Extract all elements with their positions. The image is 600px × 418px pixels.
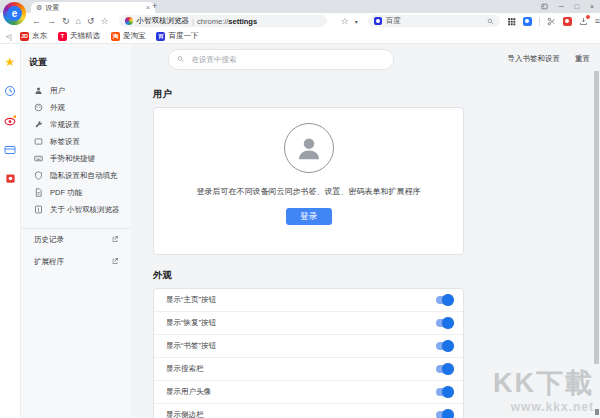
bookmark-taobao[interactable]: 淘 爱淘宝 <box>111 31 146 41</box>
sidebar-netdisk-icon[interactable] <box>5 173 16 184</box>
tab-settings[interactable]: ⚙ 设置 × <box>31 2 155 13</box>
toggle-switch-search-bar[interactable] <box>436 365 453 373</box>
maximize-button[interactable]: □ <box>575 3 579 10</box>
window-controls: ─ □ × <box>541 0 594 13</box>
menu-icon[interactable]: ≡ <box>595 17 600 26</box>
tmall-icon: T <box>58 32 67 41</box>
toggle-switch-home-button[interactable] <box>436 296 453 304</box>
toggle-label: 显示搜索栏 <box>166 364 204 374</box>
new-tab-button[interactable]: + <box>152 1 157 11</box>
watermark: KK下載 www.kkx.net <box>493 370 594 414</box>
scrollbar-thumb[interactable] <box>594 71 599 364</box>
toolbar-divider <box>539 17 540 26</box>
login-button[interactable]: 登录 <box>286 208 332 225</box>
reset-button[interactable]: 重置 <box>575 54 590 64</box>
url-scheme: chrome:// <box>197 17 228 26</box>
tab-close-icon[interactable]: × <box>146 4 150 11</box>
url-site-name: 小智双核浏览器 <box>137 16 190 26</box>
external-link-icon <box>111 257 119 267</box>
header-actions: 导入书签和设置 重置 <box>493 54 591 64</box>
close-button[interactable]: × <box>590 3 594 10</box>
info-icon <box>34 205 43 214</box>
bookmarks-collapse-icon[interactable]: <| <box>6 33 12 40</box>
home-icon[interactable]: ⌂ <box>76 17 81 26</box>
settings-page: 用户 登录后可在不同设备间云同步书签、设置、密码表单和扩展程序 登录 外观 显示… <box>131 88 464 418</box>
bookmark-star-icon[interactable]: ☆ <box>101 17 109 26</box>
toggle-label: 显示用户头像 <box>166 387 211 397</box>
screenshot-scissors-icon[interactable] <box>547 17 556 26</box>
red-app-icon[interactable] <box>563 17 572 26</box>
bookmarks-bar: <| JD 京东 T 天猫精选 淘 爱淘宝 百 百度一下 <box>0 29 600 44</box>
bookmark-baidu[interactable]: 百 百度一下 <box>156 31 198 41</box>
settings-title: 设置 <box>21 56 131 69</box>
palette-icon <box>34 103 43 112</box>
user-card: 登录后可在不同设备间云同步书签、设置、密码表单和扩展程序 登录 <box>153 107 464 255</box>
apps-grid-icon[interactable] <box>507 17 516 26</box>
sidebar-favorites-icon[interactable]: ★ <box>5 56 16 68</box>
minimize-button[interactable]: ─ <box>559 3 564 10</box>
sidebar-card-icon[interactable] <box>4 144 16 156</box>
toggle-switch-restore-button[interactable] <box>436 319 453 327</box>
side-toolbar: ★ <box>0 44 21 418</box>
appearance-card: 显示“主页”按钮 显示“恢复”按钮 显示“书签”按钮 显示搜索栏 <box>153 288 464 418</box>
toolbar: ← → ↻ ⌂ ↺ ☆ 小智双核浏览器 | chrome://settings … <box>0 13 600 29</box>
reload-icon[interactable]: ↻ <box>62 17 70 26</box>
nav-item-user[interactable]: 用户 <box>21 82 131 99</box>
title-bar: e ⚙ 设置 × + ─ □ × <box>0 0 600 13</box>
web-search-box[interactable]: 百度 <box>368 15 500 27</box>
toggle-switch-sidebar[interactable] <box>436 411 453 418</box>
favorite-star-icon[interactable]: ☆ <box>341 17 349 26</box>
nav-item-gestures[interactable]: 手势和快捷键 <box>21 150 131 167</box>
nav-link-extensions[interactable]: 扩展程序 <box>21 251 131 273</box>
shield-icon <box>34 171 43 180</box>
toggle-switch-bookmark-button[interactable] <box>436 342 453 350</box>
bookmark-label: 百度一下 <box>168 31 198 41</box>
nav-item-about[interactable]: 关于 小智双核浏览器 <box>21 201 131 218</box>
browser-logo-letter: e <box>7 6 22 21</box>
browser-logo-icon: e <box>3 2 26 25</box>
bookmark-jd[interactable]: JD 京东 <box>20 31 47 41</box>
nav-item-label: PDF 功能 <box>50 188 82 198</box>
chevron-down-icon[interactable]: ▾ <box>355 18 358 25</box>
nav-item-tabs[interactable]: 标签设置 <box>21 133 131 150</box>
baidu-icon <box>374 17 382 25</box>
page-favicon-icon <box>125 17 133 25</box>
back-icon[interactable]: ← <box>32 17 41 26</box>
restore-session-icon[interactable]: ↺ <box>87 17 95 26</box>
keyboard-icon <box>34 154 43 163</box>
sidebar-history-icon[interactable] <box>4 85 16 97</box>
bookmark-tmall[interactable]: T 天猫精选 <box>58 31 100 41</box>
bookmark-label: 京东 <box>32 31 47 41</box>
toggle-label: 显示“主页”按钮 <box>166 295 216 305</box>
browser-window: e ⚙ 设置 × + ─ □ × ← → ↻ ⌂ ↺ ☆ 小智双核浏览器 | c… <box>0 0 600 418</box>
watermark-url: www.kkx.net <box>493 400 594 414</box>
sidebar-weibo-eye-icon[interactable] <box>4 114 17 127</box>
user-icon <box>34 86 43 95</box>
settings-header: 导入书签和设置 重置 <box>131 44 600 74</box>
nav-link-label: 扩展程序 <box>34 257 64 267</box>
toggle-switch-user-avatar[interactable] <box>436 388 453 396</box>
import-bookmarks-button[interactable]: 导入书签和设置 <box>508 54 561 64</box>
theme-icon[interactable] <box>541 3 548 11</box>
bookmark-label: 爱淘宝 <box>123 31 146 41</box>
address-bar[interactable]: 小智双核浏览器 | chrome://settings <box>119 15 327 27</box>
download-badge <box>586 15 590 19</box>
settings-search-box[interactable] <box>168 49 394 70</box>
nav-item-pdf[interactable]: PDF 功能 <box>21 184 131 201</box>
scrollbar-corner <box>595 409 599 415</box>
toggle-row: 显示“恢复”按钮 <box>154 312 463 335</box>
section-title-user: 用户 <box>153 88 464 101</box>
nav-item-privacy[interactable]: 隐私设置和自动填充 <box>21 167 131 184</box>
search-icon[interactable] <box>487 18 494 25</box>
login-description: 登录后可在不同设备间云同步书签、设置、密码表单和扩展程序 <box>197 186 421 197</box>
settings-search-input[interactable] <box>189 54 385 65</box>
nav-item-appearance[interactable]: 外观 <box>21 99 131 116</box>
nav-item-general[interactable]: 常规设置 <box>21 116 131 133</box>
person-icon <box>294 133 324 163</box>
content-area: ★ 设置 用户 外观 常规设置 标签设置 <box>0 44 600 418</box>
forward-icon[interactable]: → <box>47 17 56 26</box>
nav-link-history[interactable]: 历史记录 <box>21 229 131 251</box>
tab-window-icon <box>34 137 43 146</box>
download-icon[interactable] <box>579 17 588 26</box>
blue-app-icon[interactable] <box>523 17 532 26</box>
